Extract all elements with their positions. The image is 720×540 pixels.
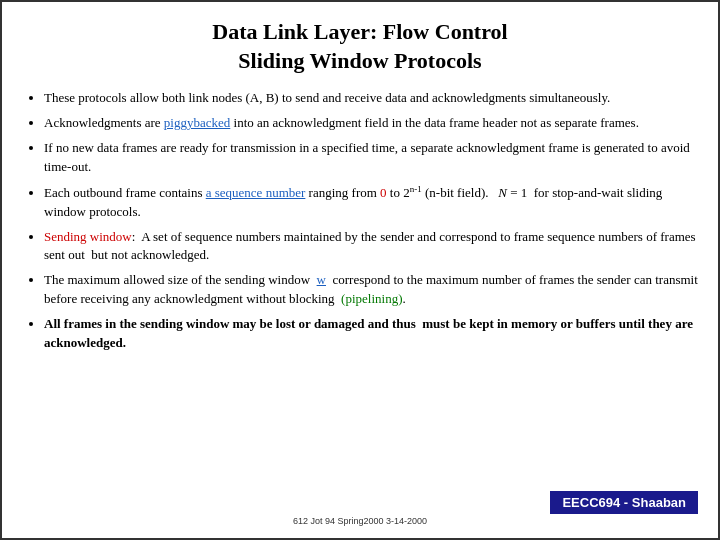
list-item: The maximum allowed size of the sending … (44, 271, 698, 309)
bullet-text: Sending window: A set of sequence number… (44, 229, 696, 263)
slide-meta: 612 Jot 94 Spring2000 3-14-2000 (22, 516, 698, 526)
slide-body: These protocols allow both link nodes (A… (22, 89, 698, 485)
footer-badge: EECC694 - Shaaban (550, 491, 698, 514)
bullet-text: Acknowledgments are piggybacked into an … (44, 115, 639, 130)
slide-title: Data Link Layer: Flow Control Sliding Wi… (22, 18, 698, 75)
list-item: Each outbound frame contains a sequence … (44, 183, 698, 222)
slide-container: Data Link Layer: Flow Control Sliding Wi… (0, 0, 720, 540)
title-line1: Data Link Layer: Flow Control (212, 19, 507, 44)
bullet-list: These protocols allow both link nodes (A… (22, 89, 698, 352)
list-item: Acknowledgments are piggybacked into an … (44, 114, 698, 133)
highlight-w: w (317, 272, 326, 287)
bullet-text-bold: All frames in the sending window may be … (44, 316, 693, 350)
list-item: Sending window: A set of sequence number… (44, 228, 698, 266)
footer-bar: EECC694 - Shaaban (22, 491, 698, 514)
bullet-text: Each outbound frame contains a sequence … (44, 185, 662, 219)
highlight-piggybacked: piggybacked (164, 115, 230, 130)
bullet-text: These protocols allow both link nodes (A… (44, 90, 610, 105)
highlight-pipelining: (pipelining) (341, 291, 402, 306)
list-item: If no new data frames are ready for tran… (44, 139, 698, 177)
highlight-sequence-number: a sequence number (206, 185, 306, 200)
list-item: These protocols allow both link nodes (A… (44, 89, 698, 108)
bullet-text: The maximum allowed size of the sending … (44, 272, 698, 306)
highlight-zero: 0 (380, 185, 387, 200)
highlight-sending-window: Sending window (44, 229, 132, 244)
bullet-text: If no new data frames are ready for tran… (44, 140, 690, 174)
list-item: All frames in the sending window may be … (44, 315, 698, 353)
title-line2: Sliding Window Protocols (238, 48, 481, 73)
